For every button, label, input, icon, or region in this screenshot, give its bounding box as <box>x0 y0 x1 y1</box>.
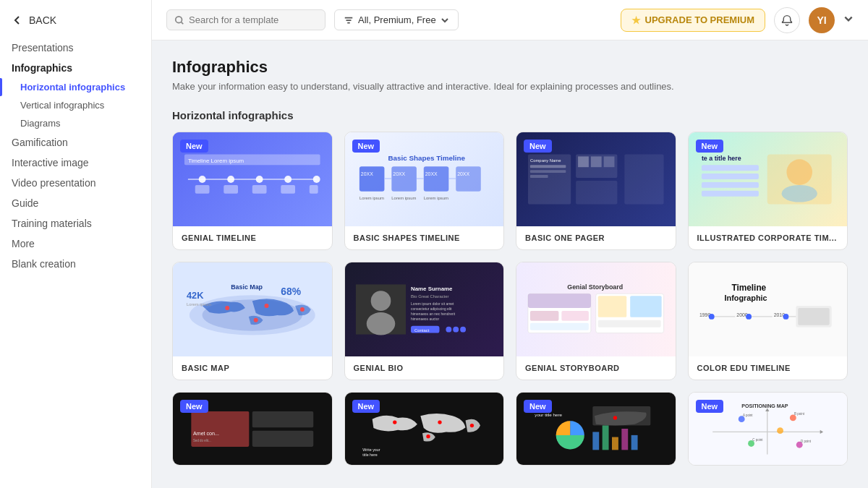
new-badge-dark2: New <box>352 400 380 413</box>
svg-text:Lorem ipsum: Lorem ipsum <box>424 196 448 200</box>
back-button[interactable]: BACK <box>0 9 151 38</box>
search-icon <box>174 15 184 25</box>
sidebar-item-video-presentation[interactable]: Video presentation <box>0 173 151 193</box>
template-card-basic-shapes[interactable]: New Basic Shapes Timeline 20XX 20XX 20XX… <box>344 132 505 250</box>
svg-text:Infographic: Infographic <box>725 294 767 302</box>
svg-rect-36 <box>591 156 602 167</box>
svg-point-47 <box>782 185 817 202</box>
svg-rect-99 <box>252 431 313 447</box>
svg-text:Basic Map: Basic Map <box>231 283 263 291</box>
template-card-genial-storyboard[interactable]: Genial Storyboard GENIAL <box>516 262 676 380</box>
preview-svg-genial-timeline: Timeline Lorem ipsum <box>181 142 324 217</box>
svg-text:20XX: 20XX <box>361 171 373 176</box>
svg-point-105 <box>427 435 430 438</box>
sidebar-item-presentations[interactable]: Presentations <box>0 38 151 58</box>
svg-rect-43 <box>702 182 759 188</box>
svg-point-106 <box>470 424 474 427</box>
bell-icon <box>781 14 793 26</box>
template-card-genial-timeline[interactable]: New Timeline Lorem ipsum <box>172 132 333 250</box>
upgrade-label: UPGRADE TO PREMIUM <box>645 14 754 25</box>
preview-svg-color-edu: Timeline Infographic 1990 2000 2010 <box>696 272 839 347</box>
svg-point-53 <box>254 318 258 322</box>
svg-text:D point: D point <box>801 440 812 443</box>
card-preview-illustrated-corporate: New te a title here <box>689 132 848 226</box>
svg-point-91 <box>746 314 752 320</box>
template-card-dark1[interactable]: New LOGO. Amet con... Sed do elit... <box>172 392 333 466</box>
card-preview-basic-one-pager: New Company Name <box>516 132 676 226</box>
svg-rect-32 <box>530 170 566 173</box>
sidebar-item-guide[interactable]: Guide <box>0 193 151 213</box>
sidebar-item-infographics[interactable]: Infographics <box>0 58 151 78</box>
template-card-genial-bio[interactable]: Name Surname Bio Great Character Lorem i… <box>344 262 505 380</box>
svg-point-8 <box>313 176 320 183</box>
preview-svg-basic-map: Basic Map 68% <box>181 272 324 347</box>
svg-text:68%: 68% <box>281 286 301 297</box>
svg-text:Genial Storyboard: Genial Storyboard <box>567 283 623 291</box>
svg-point-103 <box>393 420 397 424</box>
svg-marker-123 <box>820 430 823 434</box>
card-preview-dark2: New LOGO. Wri <box>345 393 504 465</box>
section-title: Horizontal infographics <box>172 109 848 121</box>
svg-text:C point: C point <box>753 438 764 442</box>
main-area: All, Premium, Free ★ UPGRADE TO PREMIUM … <box>152 0 868 488</box>
svg-rect-9 <box>195 185 210 194</box>
card-label-basic-shapes: BASIC SHAPES TIMELINE <box>345 226 504 249</box>
svg-point-0 <box>176 16 182 22</box>
template-card-illustrated-corporate[interactable]: New te a title here <box>688 132 848 250</box>
template-card-pos-map[interactable]: New POSITIONING MAP <box>688 392 848 466</box>
svg-point-90 <box>709 314 715 320</box>
svg-text:Lorem ipsum dolor sit amet: Lorem ipsum dolor sit amet <box>411 302 454 306</box>
svg-rect-95 <box>799 308 830 325</box>
card-label-basic-map: BASIC MAP <box>173 356 332 380</box>
sidebar-item-diagrams[interactable]: Diagrams <box>0 114 151 132</box>
svg-rect-18 <box>456 166 482 192</box>
card-label-basic-one-pager: BASIC ONE PAGER <box>516 226 676 249</box>
template-card-dark3[interactable]: New LOGO. your title here <box>516 392 676 466</box>
svg-point-69 <box>446 327 452 333</box>
svg-rect-16 <box>392 166 417 192</box>
sidebar-item-blank-creation[interactable]: Blank creation <box>0 254 151 274</box>
new-badge-basic-one-pager: New <box>524 140 552 153</box>
card-preview-genial-timeline: New Timeline Lorem ipsum <box>173 132 332 226</box>
search-input[interactable] <box>189 14 318 25</box>
svg-rect-80 <box>630 296 661 317</box>
account-menu-button[interactable] <box>843 14 854 27</box>
svg-rect-116 <box>631 435 638 450</box>
svg-rect-31 <box>530 165 566 168</box>
template-card-basic-one-pager[interactable]: New Company Name <box>516 132 676 250</box>
template-card-color-edu[interactable]: Timeline Infographic 1990 2000 2010 <box>688 262 848 380</box>
template-card-basic-map[interactable]: Basic Map 68% <box>172 262 333 380</box>
content-area: Infographics Make your information easy … <box>152 40 868 488</box>
svg-text:himenaeos auctor: himenaeos auctor <box>411 317 439 321</box>
sidebar-item-interactive-image[interactable]: Interactive image <box>0 153 151 173</box>
svg-text:Lorem ipsum: Lorem ipsum <box>392 196 417 200</box>
star-icon: ★ <box>631 14 641 26</box>
svg-rect-44 <box>702 191 759 197</box>
sidebar-item-training-materials[interactable]: Training materials <box>0 213 151 234</box>
svg-rect-11 <box>252 185 267 194</box>
avatar[interactable]: YI <box>809 7 835 33</box>
filter-button[interactable]: All, Premium, Free <box>334 9 459 30</box>
sidebar-item-more[interactable]: More <box>0 234 151 254</box>
new-badge-dark3: New <box>524 400 552 413</box>
svg-text:te a title here: te a title here <box>702 155 741 162</box>
sidebar-item-horizontal-infographics[interactable]: Horizontal infographics <box>0 78 151 96</box>
svg-point-54 <box>300 307 305 312</box>
svg-rect-17 <box>424 166 449 192</box>
sidebar-item-vertical-infographics[interactable]: Vertical infographics <box>0 96 151 114</box>
svg-text:title here: title here <box>363 453 378 457</box>
svg-text:Timeline: Timeline <box>732 283 767 293</box>
sidebar-item-gamification[interactable]: Gamification <box>0 132 151 153</box>
search-box[interactable] <box>166 9 326 30</box>
svg-text:himenaeos an nec hendrerit: himenaeos an nec hendrerit <box>411 312 456 316</box>
svg-rect-15 <box>359 166 385 192</box>
svg-rect-75 <box>530 311 559 321</box>
svg-rect-10 <box>224 185 238 194</box>
template-card-dark2[interactable]: New LOGO. Wri <box>344 392 505 466</box>
upgrade-button[interactable]: ★ UPGRADE TO PREMIUM <box>621 9 765 32</box>
new-badge-dark1: New <box>180 400 208 413</box>
svg-rect-81 <box>598 320 661 328</box>
filter-label: All, Premium, Free <box>358 14 436 25</box>
svg-point-59 <box>371 291 391 311</box>
notification-button[interactable] <box>774 7 800 33</box>
